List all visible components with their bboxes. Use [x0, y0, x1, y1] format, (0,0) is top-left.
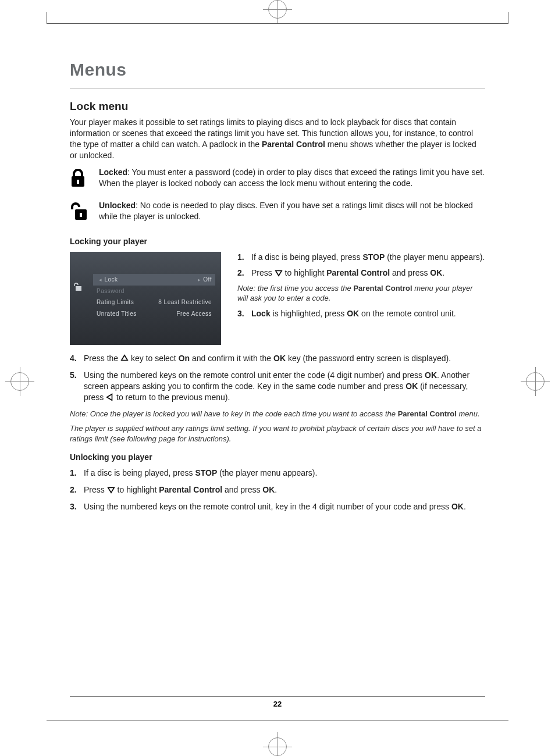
unlocked-text: Unlocked: No code is needed to play disc…	[99, 200, 485, 222]
step: 2.Press to highlight Parental Control an…	[70, 484, 485, 495]
menu-item: ◂Lock▸Off	[93, 274, 215, 286]
locked-text: Locked: You must enter a password (code)…	[99, 167, 485, 189]
section-title: Lock menu	[70, 99, 485, 114]
crop-mark-top	[268, 0, 287, 19]
arrow-down-icon	[107, 486, 115, 494]
svg-rect-1	[77, 180, 79, 184]
step-note: Note: the first time you access the Pare…	[237, 283, 485, 304]
svg-marker-6	[122, 355, 128, 361]
page-number: 22	[0, 700, 555, 708]
step: 3.Using the numbered keys on the remote …	[70, 501, 485, 512]
locking-heading: Locking your player	[70, 236, 485, 247]
menu-screenshot: ◂Lock▸OffPasswordRating Limits8 Least Re…	[70, 252, 221, 345]
svg-marker-5	[275, 271, 282, 276]
menu-item: Rating Limits8 Least Restrictive	[93, 297, 215, 308]
footer-rule	[70, 696, 485, 697]
arrow-down-icon	[275, 269, 283, 277]
arrow-left-icon	[106, 393, 114, 401]
menu-item: Unrated TitlesFree Access	[93, 308, 215, 320]
divider	[70, 88, 485, 88]
svg-rect-3	[80, 213, 82, 217]
step: 3.Lock is highlighted, press OK on the r…	[237, 308, 485, 319]
intro-paragraph: Your player makes it possible to set rat…	[70, 117, 485, 161]
unlocking-heading: Unlocking you player	[70, 452, 485, 463]
step: 1.If a disc is being played, press STOP …	[237, 252, 485, 263]
svg-marker-8	[108, 488, 114, 493]
page-content: Menus Lock menu Your player makes it pos…	[70, 58, 485, 518]
locked-row: Locked: You must enter a password (code)…	[70, 167, 485, 195]
svg-marker-7	[107, 394, 112, 401]
lock-note-1: Note: Once the player is locked you will…	[70, 409, 485, 419]
step: 2.Press to highlight Parental Control an…	[237, 268, 485, 279]
crop-mark-right	[526, 372, 545, 391]
lock-open-icon	[73, 282, 83, 291]
menu-item: Password	[93, 286, 215, 297]
unlocked-row: Unlocked: No code is needed to play disc…	[70, 200, 485, 228]
chapter-title: Menus	[70, 58, 485, 82]
crop-mark-bottom	[268, 737, 287, 756]
crop-mark-left	[10, 372, 29, 391]
lock-open-icon	[70, 202, 88, 221]
svg-rect-4	[76, 286, 81, 291]
lock-note-2: The player is supplied without any ratin…	[70, 423, 485, 444]
arrow-up-icon	[120, 354, 129, 362]
step: 5.Using the numbered keys on the remote …	[70, 370, 485, 403]
step: 1.If a disc is being played, press STOP …	[70, 468, 485, 479]
step: 4.Press the key to select On and confirm…	[70, 353, 485, 364]
lock-closed-icon	[70, 169, 86, 188]
